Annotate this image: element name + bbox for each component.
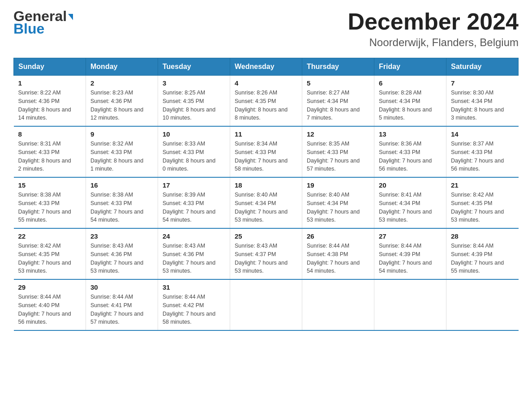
day-cell xyxy=(446,279,519,330)
day-number: 13 xyxy=(379,130,442,138)
day-cell: 2 Sunrise: 8:23 AMSunset: 4:36 PMDayligh… xyxy=(86,76,158,127)
day-info: Sunrise: 8:44 AMSunset: 4:39 PMDaylight:… xyxy=(451,242,514,275)
day-number: 1 xyxy=(18,79,82,87)
day-number: 26 xyxy=(307,232,369,240)
day-number: 27 xyxy=(379,232,442,240)
day-cell: 29 Sunrise: 8:44 AMSunset: 4:40 PMDaylig… xyxy=(14,279,86,330)
week-row-4: 22 Sunrise: 8:42 AMSunset: 4:35 PMDaylig… xyxy=(14,228,519,279)
calendar-title: December 2024 xyxy=(348,9,519,34)
day-info: Sunrise: 8:44 AMSunset: 4:39 PMDaylight:… xyxy=(379,242,442,275)
calendar-body: 1 Sunrise: 8:22 AMSunset: 4:36 PMDayligh… xyxy=(14,76,519,331)
header-cell-friday: Friday xyxy=(374,58,446,76)
day-cell: 3 Sunrise: 8:25 AMSunset: 4:35 PMDayligh… xyxy=(158,76,230,127)
day-number: 17 xyxy=(163,181,225,189)
week-row-2: 8 Sunrise: 8:31 AMSunset: 4:33 PMDayligh… xyxy=(14,126,519,177)
day-cell: 17 Sunrise: 8:39 AMSunset: 4:33 PMDaylig… xyxy=(158,177,230,228)
day-cell: 11 Sunrise: 8:34 AMSunset: 4:33 PMDaylig… xyxy=(230,126,302,177)
day-number: 5 xyxy=(307,79,369,87)
day-cell: 1 Sunrise: 8:22 AMSunset: 4:36 PMDayligh… xyxy=(14,76,86,127)
logo: General Blue xyxy=(13,9,73,36)
day-cell: 23 Sunrise: 8:43 AMSunset: 4:36 PMDaylig… xyxy=(86,228,158,279)
day-number: 18 xyxy=(235,181,297,189)
day-number: 10 xyxy=(163,130,225,138)
week-row-5: 29 Sunrise: 8:44 AMSunset: 4:40 PMDaylig… xyxy=(14,279,519,330)
day-cell: 15 Sunrise: 8:38 AMSunset: 4:33 PMDaylig… xyxy=(14,177,86,228)
day-cell: 4 Sunrise: 8:26 AMSunset: 4:35 PMDayligh… xyxy=(230,76,302,127)
day-number: 2 xyxy=(90,79,153,87)
day-info: Sunrise: 8:34 AMSunset: 4:33 PMDaylight:… xyxy=(235,140,297,173)
header-cell-tuesday: Tuesday xyxy=(158,58,230,76)
day-info: Sunrise: 8:22 AMSunset: 4:36 PMDaylight:… xyxy=(18,89,82,122)
day-info: Sunrise: 8:40 AMSunset: 4:34 PMDaylight:… xyxy=(307,191,369,224)
day-info: Sunrise: 8:44 AMSunset: 4:38 PMDaylight:… xyxy=(307,242,369,275)
day-cell: 20 Sunrise: 8:41 AMSunset: 4:34 PMDaylig… xyxy=(374,177,446,228)
day-cell: 27 Sunrise: 8:44 AMSunset: 4:39 PMDaylig… xyxy=(374,228,446,279)
header-cell-saturday: Saturday xyxy=(446,58,519,76)
day-number: 16 xyxy=(90,181,153,189)
day-info: Sunrise: 8:39 AMSunset: 4:33 PMDaylight:… xyxy=(163,191,225,224)
day-cell: 24 Sunrise: 8:43 AMSunset: 4:36 PMDaylig… xyxy=(158,228,230,279)
day-number: 3 xyxy=(163,79,225,87)
day-info: Sunrise: 8:42 AMSunset: 4:35 PMDaylight:… xyxy=(451,191,514,224)
day-info: Sunrise: 8:37 AMSunset: 4:33 PMDaylight:… xyxy=(451,140,514,173)
day-info: Sunrise: 8:32 AMSunset: 4:33 PMDaylight:… xyxy=(90,140,153,173)
day-info: Sunrise: 8:23 AMSunset: 4:36 PMDaylight:… xyxy=(90,89,153,122)
day-cell: 7 Sunrise: 8:30 AMSunset: 4:34 PMDayligh… xyxy=(446,76,519,127)
day-number: 24 xyxy=(163,232,225,240)
day-cell: 21 Sunrise: 8:42 AMSunset: 4:35 PMDaylig… xyxy=(446,177,519,228)
day-number: 7 xyxy=(451,79,514,87)
calendar-header: SundayMondayTuesdayWednesdayThursdayFrid… xyxy=(14,58,519,76)
day-info: Sunrise: 8:36 AMSunset: 4:33 PMDaylight:… xyxy=(379,140,442,173)
header-row: SundayMondayTuesdayWednesdayThursdayFrid… xyxy=(14,58,519,76)
day-info: Sunrise: 8:30 AMSunset: 4:34 PMDaylight:… xyxy=(451,89,514,122)
day-number: 19 xyxy=(307,181,369,189)
day-number: 30 xyxy=(90,283,153,291)
day-info: Sunrise: 8:31 AMSunset: 4:33 PMDaylight:… xyxy=(18,140,82,173)
day-number: 25 xyxy=(235,232,297,240)
day-number: 8 xyxy=(18,130,82,138)
day-cell: 10 Sunrise: 8:33 AMSunset: 4:33 PMDaylig… xyxy=(158,126,230,177)
week-row-3: 15 Sunrise: 8:38 AMSunset: 4:33 PMDaylig… xyxy=(14,177,519,228)
day-cell: 16 Sunrise: 8:38 AMSunset: 4:33 PMDaylig… xyxy=(86,177,158,228)
day-number: 21 xyxy=(451,181,514,189)
day-info: Sunrise: 8:44 AMSunset: 4:40 PMDaylight:… xyxy=(18,293,82,326)
day-number: 14 xyxy=(451,130,514,138)
day-info: Sunrise: 8:43 AMSunset: 4:36 PMDaylight:… xyxy=(163,242,225,275)
day-cell: 26 Sunrise: 8:44 AMSunset: 4:38 PMDaylig… xyxy=(302,228,374,279)
day-number: 15 xyxy=(18,181,82,189)
day-cell: 12 Sunrise: 8:35 AMSunset: 4:33 PMDaylig… xyxy=(302,126,374,177)
day-info: Sunrise: 8:43 AMSunset: 4:36 PMDaylight:… xyxy=(90,242,153,275)
header-cell-wednesday: Wednesday xyxy=(230,58,302,76)
day-cell: 5 Sunrise: 8:27 AMSunset: 4:34 PMDayligh… xyxy=(302,76,374,127)
day-info: Sunrise: 8:35 AMSunset: 4:33 PMDaylight:… xyxy=(307,140,369,173)
day-cell: 28 Sunrise: 8:44 AMSunset: 4:39 PMDaylig… xyxy=(446,228,519,279)
day-info: Sunrise: 8:38 AMSunset: 4:33 PMDaylight:… xyxy=(90,191,153,224)
day-info: Sunrise: 8:38 AMSunset: 4:33 PMDaylight:… xyxy=(18,191,82,224)
day-cell: 25 Sunrise: 8:43 AMSunset: 4:37 PMDaylig… xyxy=(230,228,302,279)
page-header: General Blue December 2024 Noorderwijk, … xyxy=(13,9,519,49)
header-cell-thursday: Thursday xyxy=(302,58,374,76)
day-info: Sunrise: 8:40 AMSunset: 4:34 PMDaylight:… xyxy=(235,191,297,224)
day-cell xyxy=(302,279,374,330)
day-number: 29 xyxy=(18,283,82,291)
day-number: 9 xyxy=(90,130,153,138)
day-number: 4 xyxy=(235,79,297,87)
day-info: Sunrise: 8:25 AMSunset: 4:35 PMDaylight:… xyxy=(163,89,225,122)
day-number: 23 xyxy=(90,232,153,240)
title-area: December 2024 Noorderwijk, Flanders, Bel… xyxy=(348,9,519,49)
day-cell: 22 Sunrise: 8:42 AMSunset: 4:35 PMDaylig… xyxy=(14,228,86,279)
day-cell: 8 Sunrise: 8:31 AMSunset: 4:33 PMDayligh… xyxy=(14,126,86,177)
week-row-1: 1 Sunrise: 8:22 AMSunset: 4:36 PMDayligh… xyxy=(14,76,519,127)
header-cell-sunday: Sunday xyxy=(14,58,86,76)
day-info: Sunrise: 8:28 AMSunset: 4:34 PMDaylight:… xyxy=(379,89,442,122)
day-number: 6 xyxy=(379,79,442,87)
day-info: Sunrise: 8:27 AMSunset: 4:34 PMDaylight:… xyxy=(307,89,369,122)
day-number: 28 xyxy=(451,232,514,240)
day-info: Sunrise: 8:26 AMSunset: 4:35 PMDaylight:… xyxy=(235,89,297,122)
day-cell xyxy=(230,279,302,330)
day-cell: 9 Sunrise: 8:32 AMSunset: 4:33 PMDayligh… xyxy=(86,126,158,177)
day-cell: 14 Sunrise: 8:37 AMSunset: 4:33 PMDaylig… xyxy=(446,126,519,177)
day-info: Sunrise: 8:43 AMSunset: 4:37 PMDaylight:… xyxy=(235,242,297,275)
day-number: 22 xyxy=(18,232,82,240)
day-info: Sunrise: 8:41 AMSunset: 4:34 PMDaylight:… xyxy=(379,191,442,224)
